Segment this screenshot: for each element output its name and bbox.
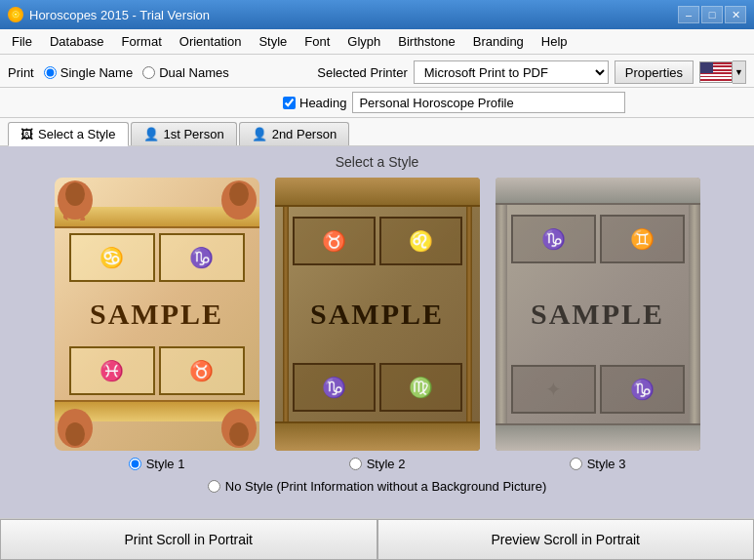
no-style-label: No Style (Print Information without a Ba… <box>225 479 546 494</box>
symbol-box: ♋ <box>69 233 155 282</box>
symbol-box: ♑ <box>511 215 596 263</box>
maximize-button[interactable]: □ <box>701 6 723 23</box>
symbol-box: ♊ <box>600 215 685 263</box>
dual-names-radio[interactable] <box>142 66 155 79</box>
select-style-title: Select a Style <box>336 154 419 170</box>
preview-button[interactable]: Preview Scroll in Portrait <box>377 519 755 560</box>
menu-item-glyph[interactable]: Glyph <box>339 31 388 52</box>
heading-checkbox-label[interactable]: Heading <box>283 96 346 110</box>
heading-row: Heading <box>0 88 754 118</box>
scroll-image-1[interactable]: ♋ ♑ SAMPLE ♓ ♉ <box>55 178 259 451</box>
symbol-box: ♌ <box>379 217 462 265</box>
menu-item-style[interactable]: Style <box>251 31 295 52</box>
symbol-box: ♑ <box>159 233 245 282</box>
menu-item-font[interactable]: Font <box>297 31 337 52</box>
print-button[interactable]: Print Scroll in Portrait <box>0 519 377 560</box>
symbol-box: ♑ <box>293 363 376 412</box>
sample-text-1: SAMPLE <box>90 298 223 331</box>
1st-person-label: 1st Person <box>164 127 224 141</box>
tab-1st-person[interactable]: 👤 1st Person <box>131 122 237 145</box>
svg-point-1 <box>65 182 85 206</box>
single-name-radio-label[interactable]: Single Name <box>44 65 133 80</box>
heading-input[interactable] <box>352 92 625 113</box>
claw-bl <box>57 408 94 449</box>
1st-person-icon: 👤 <box>143 127 159 141</box>
tab-2nd-person[interactable]: 👤 2nd Person <box>239 122 350 145</box>
scroll-content-2: ♉ ♌ SAMPLE ♑ ♍ <box>293 212 462 417</box>
claw-tl <box>57 180 94 220</box>
scroll-content-3: ♑ ♊ SAMPLE ✦ ♑ <box>511 210 685 419</box>
scroll-left-border-2 <box>283 178 289 451</box>
main-content: Select a Style <box>0 146 754 518</box>
2nd-person-icon: 👤 <box>252 127 267 141</box>
symbol-box: ♍ <box>379 363 462 412</box>
symbols-top-2: ♉ ♌ <box>293 217 462 265</box>
flag-icon <box>699 61 733 83</box>
dual-names-radio-label[interactable]: Dual Names <box>142 65 229 80</box>
action-bar: Print Scroll in Portrait Preview Scroll … <box>0 518 754 560</box>
select-style-label: Select a Style <box>38 127 116 141</box>
scroll-top-3 <box>496 178 700 205</box>
scroll-right-border-2 <box>466 178 472 451</box>
scroll-item-3: ♑ ♊ SAMPLE ✦ ♑ Style 3 <box>496 178 700 471</box>
menu-item-database[interactable]: Database <box>42 31 112 52</box>
menu-item-birthstone[interactable]: Birthstone <box>390 31 463 52</box>
menu-item-branding[interactable]: Branding <box>465 31 532 52</box>
menu-item-file[interactable]: File <box>4 31 40 52</box>
symbol-box: ♉ <box>159 346 245 395</box>
style-1-label: Style 1 <box>146 457 185 471</box>
scroll-item-1: ♋ ♑ SAMPLE ♓ ♉ Style 1 <box>55 178 259 471</box>
title-bar: ☉ Horoscopes 2015 - Trial Version – □ ✕ <box>0 0 754 29</box>
style-1-radio[interactable] <box>129 458 141 470</box>
scroll-curl-right-3 <box>689 197 700 431</box>
flag-dropdown-arrow[interactable]: ▼ <box>733 60 746 84</box>
style-2-radio[interactable] <box>349 458 362 470</box>
claw-tr <box>220 180 258 220</box>
tabs-section: 🖼 Select a Style 👤 1st Person 👤 2nd Pers… <box>0 118 754 146</box>
scroll-image-3[interactable]: ♑ ♊ SAMPLE ✦ ♑ <box>496 178 700 451</box>
menu-item-help[interactable]: Help <box>534 31 575 52</box>
style-3-radio[interactable] <box>570 458 582 470</box>
flag-section: ▼ <box>699 60 746 84</box>
symbols-bottom-1: ♓ ♉ <box>69 346 245 395</box>
scroll-curl-left-3 <box>496 197 507 431</box>
svg-point-5 <box>65 422 85 446</box>
no-style-radio-label[interactable]: No Style (Print Information without a Ba… <box>208 479 546 494</box>
style-3-label: Style 3 <box>587 457 626 471</box>
single-name-label: Single Name <box>60 65 133 80</box>
print-label: Print <box>8 65 34 80</box>
style-1-radio-label[interactable]: Style 1 <box>129 457 185 471</box>
title-bar-left: ☉ Horoscopes 2015 - Trial Version <box>8 7 210 22</box>
heading-label: Heading <box>299 96 346 110</box>
scroll-top-2 <box>275 178 480 207</box>
us-flag <box>700 62 732 82</box>
menu-item-format[interactable]: Format <box>114 31 170 52</box>
claw-br <box>220 408 258 449</box>
symbols-top-1: ♋ ♑ <box>69 233 245 282</box>
style-3-radio-label[interactable]: Style 3 <box>570 457 626 471</box>
sample-text-3: SAMPLE <box>531 298 664 331</box>
tab-select-style[interactable]: 🖼 Select a Style <box>8 122 129 146</box>
title-bar-controls: – □ ✕ <box>678 6 746 23</box>
printer-select[interactable]: Microsoft Print to PDF <box>414 60 609 84</box>
properties-button[interactable]: Properties <box>615 60 694 84</box>
scroll-item-2: ♉ ♌ SAMPLE ♑ ♍ Style 2 <box>275 178 480 471</box>
select-style-icon: 🖼 <box>20 127 33 141</box>
symbol-box: ♉ <box>293 217 376 265</box>
svg-point-7 <box>229 422 249 446</box>
svg-point-3 <box>229 182 249 206</box>
menu-item-orientation[interactable]: Orientation <box>172 31 250 52</box>
symbol-box: ♓ <box>69 346 155 395</box>
single-name-radio[interactable] <box>44 66 57 79</box>
symbols-top-3: ♑ ♊ <box>511 215 685 263</box>
close-button[interactable]: ✕ <box>725 6 746 23</box>
scrolls-container: ♋ ♑ SAMPLE ♓ ♉ Style 1 <box>55 178 700 471</box>
style-2-radio-label[interactable]: Style 2 <box>349 457 406 471</box>
scroll-bottom-2 <box>275 421 480 451</box>
minimize-button[interactable]: – <box>678 6 699 23</box>
heading-checkbox[interactable] <box>283 97 296 109</box>
window-title: Horoscopes 2015 - Trial Version <box>29 8 210 22</box>
no-style-radio[interactable] <box>208 480 220 493</box>
symbol-box: ♑ <box>600 365 685 414</box>
scroll-image-2[interactable]: ♉ ♌ SAMPLE ♑ ♍ <box>275 178 480 451</box>
